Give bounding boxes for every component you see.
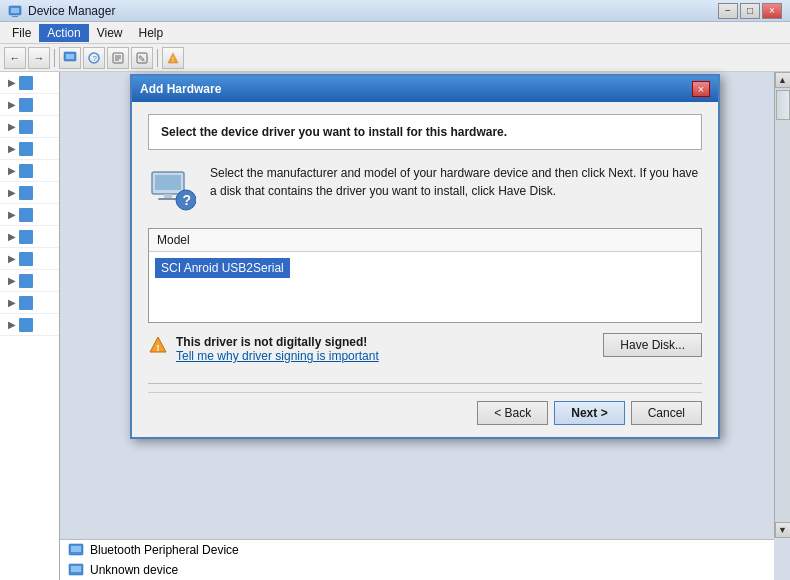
toolbar-btn2[interactable]: ?: [83, 47, 105, 69]
dialog-title-bar: Add Hardware ×: [132, 76, 718, 102]
svg-rect-20: [164, 194, 172, 198]
toolbar: ← → ? ✎ !: [0, 44, 790, 72]
tree-item[interactable]: ▶: [0, 138, 59, 160]
toolbar-btn1[interactable]: [59, 47, 81, 69]
minimize-button[interactable]: −: [718, 3, 738, 19]
tree-item[interactable]: ▶: [0, 160, 59, 182]
tree-item[interactable]: ▶: [0, 204, 59, 226]
dialog-content: Select the device driver you want to ins…: [132, 102, 718, 437]
toolbar-sep1: [54, 49, 55, 67]
svg-text:!: !: [157, 343, 160, 353]
dialog-footer: < Back Next > Cancel: [148, 392, 702, 425]
add-hardware-dialog: Add Hardware × Select the device driver …: [130, 74, 720, 439]
menu-file[interactable]: File: [4, 24, 39, 42]
svg-text:?: ?: [183, 192, 192, 208]
next-button[interactable]: Next >: [554, 401, 624, 425]
app-icon: [8, 4, 22, 18]
model-section: Model SCI Anroid USB2Serial: [148, 228, 702, 323]
title-bar: Device Manager − □ ×: [0, 0, 790, 22]
model-item-sci[interactable]: SCI Anroid USB2Serial: [155, 258, 290, 278]
tree-item[interactable]: ▶: [0, 314, 59, 336]
warning-section: ! This driver is not digitally signed! T…: [148, 335, 591, 363]
svg-text:?: ?: [93, 54, 98, 63]
dialog-header: Select the device driver you want to ins…: [148, 114, 702, 150]
menu-bar: File Action View Help: [0, 22, 790, 44]
have-disk-button[interactable]: Have Disk...: [603, 333, 702, 357]
svg-rect-21: [158, 198, 178, 200]
driver-signing-link[interactable]: Tell me why driver signing is important: [176, 349, 379, 363]
dialog-body: ? Select the manufacturer and model of y…: [148, 164, 702, 214]
window-title: Device Manager: [28, 4, 115, 18]
toolbar-back[interactable]: ←: [4, 47, 26, 69]
svg-rect-1: [11, 8, 19, 13]
cancel-button[interactable]: Cancel: [631, 401, 702, 425]
tree-item[interactable]: ▶: [0, 226, 59, 248]
tree-item[interactable]: ▶: [0, 270, 59, 292]
svg-text:✎: ✎: [138, 54, 146, 64]
tree-panel: ▶ ▶ ▶ ▶ ▶ ▶ ▶ ▶ ▶ ▶ ▶ ▶: [0, 72, 60, 580]
dialog-description: Select the manufacturer and model of you…: [210, 164, 702, 200]
toolbar-forward[interactable]: →: [28, 47, 50, 69]
menu-view[interactable]: View: [89, 24, 131, 42]
model-header: Model: [149, 229, 701, 252]
toolbar-btn5[interactable]: !: [162, 47, 184, 69]
menu-action[interactable]: Action: [39, 24, 88, 42]
dialog-title: Add Hardware: [140, 82, 221, 96]
tree-item[interactable]: ▶: [0, 182, 59, 204]
title-bar-controls: − □ ×: [718, 3, 782, 19]
dialog-header-text: Select the device driver you want to ins…: [161, 125, 507, 139]
warning-icon: !: [148, 335, 168, 355]
svg-rect-2: [12, 16, 18, 17]
toolbar-btn3[interactable]: [107, 47, 129, 69]
dialog-separator: [148, 383, 702, 384]
dialog-close-button[interactable]: ×: [692, 81, 710, 97]
svg-text:!: !: [172, 56, 174, 63]
tree-item[interactable]: ▶: [0, 116, 59, 138]
model-list[interactable]: SCI Anroid USB2Serial: [149, 252, 701, 322]
warning-title: This driver is not digitally signed!: [176, 335, 591, 349]
toolbar-btn4[interactable]: ✎: [131, 47, 153, 69]
toolbar-sep2: [157, 49, 158, 67]
tree-item[interactable]: ▶: [0, 248, 59, 270]
maximize-button[interactable]: □: [740, 3, 760, 19]
back-button[interactable]: < Back: [477, 401, 548, 425]
svg-rect-4: [66, 54, 74, 59]
menu-help[interactable]: Help: [131, 24, 172, 42]
warning-text-block: This driver is not digitally signed! Tel…: [176, 335, 591, 363]
close-button[interactable]: ×: [762, 3, 782, 19]
tree-item[interactable]: ▶: [0, 94, 59, 116]
hardware-icon: ?: [148, 164, 196, 212]
svg-rect-19: [155, 175, 181, 190]
dialog-overlay: Add Hardware × Select the device driver …: [60, 72, 790, 580]
tree-item[interactable]: ▶: [0, 292, 59, 314]
right-area: ▲ ▼ Bluetooth Peripheral Device Unknown …: [60, 72, 790, 580]
main-area: ▶ ▶ ▶ ▶ ▶ ▶ ▶ ▶ ▶ ▶ ▶ ▶ ▲ ▼: [0, 72, 790, 580]
tree-item[interactable]: ▶: [0, 72, 59, 94]
